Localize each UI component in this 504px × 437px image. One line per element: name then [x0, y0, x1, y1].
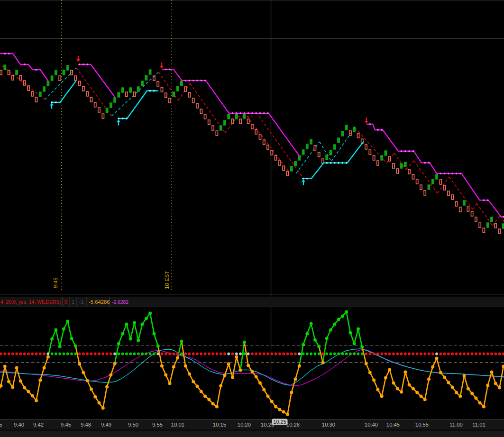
svg-text:9:40: 9:40	[14, 422, 24, 428]
svg-text:9:50: 9:50	[128, 422, 138, 428]
svg-text:9:49: 9:49	[101, 422, 111, 428]
svg-text:10:55: 10:55	[415, 422, 429, 428]
svg-text:9:55: 9:55	[152, 422, 163, 428]
svg-text:10:01: 10:01	[171, 422, 184, 428]
svg-text:10:45: 10:45	[386, 422, 400, 428]
svg-text:-5.64286: -5.64286	[89, 299, 110, 305]
svg-text:10:26: 10:26	[286, 422, 300, 428]
svg-text:11:01: 11:01	[472, 422, 485, 428]
svg-text:10:40: 10:40	[365, 422, 378, 428]
svg-text:9:48: 9:48	[81, 422, 91, 428]
svg-text:10:30: 10:30	[322, 422, 335, 428]
svg-text:10:25: 10:25	[273, 419, 286, 425]
svg-text:11:00: 11:00	[449, 422, 462, 428]
svg-text:10:15: 10:15	[213, 422, 226, 428]
svg-text:9:45: 9:45	[61, 422, 71, 428]
svg-text:10 EST: 10 EST	[164, 271, 170, 289]
svg-text:4, 20.0, yes, 14, WILDERS): 4, 20.0, yes, 14, WILDERS)	[0, 299, 61, 305]
svg-text:9:42: 9:42	[33, 422, 44, 428]
svg-text:1: 1	[72, 299, 75, 305]
svg-text:5: 5	[0, 422, 2, 428]
svg-text:0: 0	[64, 299, 68, 305]
svg-text:-1: -1	[79, 299, 84, 305]
svg-text:10:20: 10:20	[238, 422, 251, 428]
svg-text:-2.6282: -2.6282	[112, 299, 128, 305]
svg-text:9:45: 9:45	[53, 278, 58, 288]
